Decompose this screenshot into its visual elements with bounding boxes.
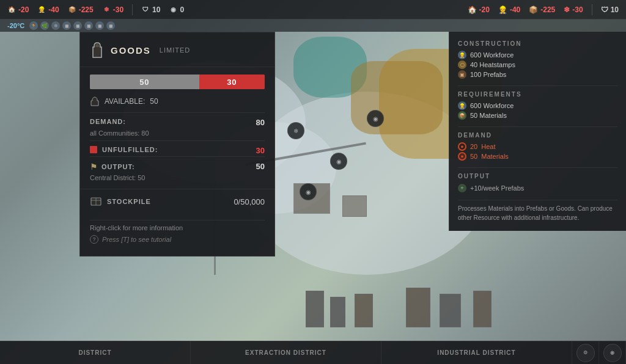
hud-r-workers: 👷 -40 [498,5,520,14]
output-value: 50 [256,162,265,171]
construction-item-0: 👷 600 Workforce [458,50,617,60]
temp-dot-2: 🌿 [40,21,49,30]
hud-r-pop-icon: 🏠 [468,5,477,14]
prefabs-icon: ▣ [458,70,466,79]
heat-demand-value: 20 [470,143,477,150]
output-row: ⚑ OUTPUT: 50 [90,156,265,173]
tab-industrial-district[interactable]: INDUSTRIAL DISTRICT [381,341,572,364]
demand-item-1: ● 50 Materials [458,151,617,161]
temperature-bar: -20°C 🏃 🌿 ❄ ◼ ◼ ◼ ◼ ◼ [0,20,626,32]
output-plus-icon: + [458,184,466,192]
hud-right: 🏠 -20 👷 -40 📦 -225 ❄ -30 🛡 10 [460,4,626,15]
unfulfilled-row: UNFULFILLED: 30 [90,140,265,156]
heatstamps-icon: ⬡ [458,60,466,69]
unfulfilled-value: 30 [256,146,265,155]
heat-demand-icon: ● [458,142,466,151]
tab-district[interactable]: DISTRICT [0,341,191,364]
progress-filled: 50 [90,75,199,89]
map-icon-2[interactable]: ◉ [330,153,347,170]
available-label: AVAILABLE: [105,97,145,106]
hud-r-shield: 🛡 10 [601,5,619,14]
output-label: OUTPUT: [101,163,135,170]
map-icon-4[interactable]: ◉ [367,110,384,127]
demand-section-title: DEMAND [458,132,617,139]
hud-r-work-icon: 👷 [498,5,507,14]
demand-value: 80 [256,118,265,127]
output-sub: Central District: 50 [90,173,265,185]
hud-resource-coin: ◉ 0 [169,5,184,14]
tab-circle-2: ◉ [603,344,622,362]
right-click-hint: Right-click for more information [90,220,265,233]
temp-icons: 🏃 🌿 ❄ ◼ ◼ ◼ ◼ ◼ [29,21,115,30]
stockpile-icon [90,195,102,208]
output-section: OUTPUT + +10/week Prefabs [458,173,617,194]
tab-extraction-district[interactable]: EXTRACTION DISTRICT [191,341,381,364]
available-value: 50 [150,97,158,106]
construction-section: CONSTRUCTION 👷 600 Workforce ⬡ 40 Heatst… [458,40,617,79]
hud-resource-population: 🏠 -20 [7,5,29,14]
temp-dot-6: ◼ [84,21,93,30]
construction-item-1: ⬡ 40 Heatstamps [458,60,617,70]
demand-item-0: ● 20 Heat [458,142,617,151]
progress-overflow: 30 [199,75,265,89]
unfulfilled-indicator: UNFULFILLED: [90,146,158,153]
temp-dot-4: ◼ [62,21,71,30]
req-materials-icon: 📦 [458,111,466,120]
hud-resource-cold: ❄ -30 [102,5,123,14]
mat-demand-value: 50 [470,153,477,160]
hud-r-shield-icon: 🛡 [601,5,608,14]
available-icon [90,96,100,106]
building-description: Processes Materials into Prefabs or Good… [458,200,617,222]
goods-panel: GOODS LIMITED 50 30 AVAILABLE: 50 DEMAND… [79,32,275,257]
hud-r-mat-icon: 📦 [529,5,538,14]
hud-resource-workers: 👷 -40 [37,5,59,14]
unfulfilled-label: UNFULFILLED: [102,146,158,153]
demand-section: DEMAND ● 20 Heat ● 50 Materials [458,132,617,161]
stats-section: DEMAND: 80 all Communities: 80 UNFULFILL… [80,112,274,185]
requirements-title: REQUIREMENTS [458,91,617,98]
hud-r-population: 🏠 -20 [468,5,490,14]
unfulfilled-square [90,146,97,153]
shield-icon: 🛡 [141,5,150,14]
construction-item-2: ▣ 100 Prefabs [458,70,617,79]
panel-footer: Right-click for more information ? Press… [80,214,274,246]
requirements-section: REQUIREMENTS 👷 600 Workforce 📦 50 Materi… [458,91,617,120]
workers-icon: 👷 [37,5,46,14]
goods-progress-bar: 50 30 [90,75,265,89]
temp-dot-5: ◼ [73,21,82,30]
temp-dot-3: ❄ [51,21,60,30]
temp-dot-7: ◼ [95,21,104,30]
tab-icon-2[interactable]: ◉ [599,341,626,364]
map-icon-1[interactable]: ❄ [287,122,304,139]
goods-icon [90,41,105,59]
temp-dot-1: 🏃 [29,21,38,30]
tab-icon-1[interactable]: ⚙ [572,341,599,364]
req-workforce-icon: 👷 [458,101,466,110]
hud-r-cold-icon: ❄ [564,5,570,14]
hud-resource-materials: 📦 -225 [68,5,94,14]
goods-title: GOODS [111,45,151,56]
demand-row: DEMAND: 80 [90,112,265,128]
available-row: AVAILABLE: 50 [80,94,274,112]
mat-demand-icon: ● [458,152,466,161]
stockpile-value: 0/50,000 [234,197,265,206]
temp-dot-8: ◼ [106,21,115,30]
building-info-panel: CONSTRUCTION 👷 600 Workforce ⬡ 40 Heatst… [449,32,626,231]
materials-icon: 📦 [68,5,76,14]
stockpile-label: STOCKPILE [107,198,151,205]
coin-icon: ◉ [169,5,177,14]
tutorial-text: Press [T] to see tutorial [102,236,171,243]
top-hud: 🏠 -20 👷 -40 📦 -225 ❄ -30 🛡 10 ◉ 0 🏠 -20 [0,0,626,20]
stockpile-row: STOCKPILE 0/50,000 [80,189,274,214]
tutorial-hint: ? Press [T] to see tutorial [90,233,265,246]
hud-r-materials: 📦 -225 [529,5,555,14]
bottom-tabs: DISTRICT EXTRACTION DISTRICT INDUSTRIAL … [0,341,626,364]
map-icon-3[interactable]: ◉ [300,183,317,200]
construction-title: CONSTRUCTION [458,40,617,47]
tab-circle-1: ⚙ [576,344,595,362]
req-item-0: 👷 600 Workforce [458,101,617,111]
req-item-1: 📦 50 Materials [458,111,617,120]
demand-label: DEMAND: [90,118,126,125]
workforce-icon-0: 👷 [458,51,466,59]
question-mark-icon: ? [90,235,98,244]
